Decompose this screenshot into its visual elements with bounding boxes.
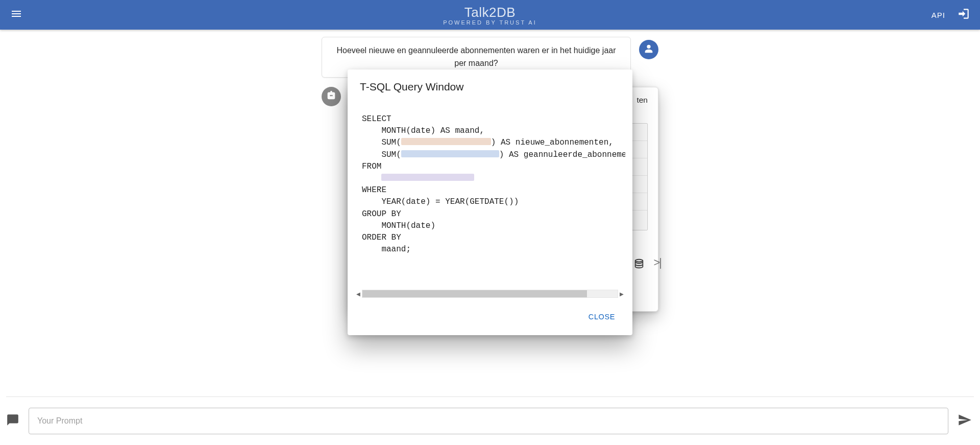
menu-button[interactable] — [6, 5, 27, 25]
logout-icon — [957, 7, 970, 22]
view-sql-button[interactable] — [633, 258, 648, 272]
chat-area: Hoeveel nieuwe en geannuleerde abonnemen… — [0, 30, 980, 396]
scrollbar-thumb[interactable] — [362, 290, 587, 297]
logout-button[interactable] — [953, 5, 974, 25]
close-button[interactable]: CLOSE — [583, 309, 620, 325]
scrollbar-track[interactable] — [362, 290, 618, 298]
pager-last[interactable]: >| — [653, 256, 661, 269]
scroll-left-arrow[interactable]: ◄ — [355, 290, 362, 298]
hamburger-icon — [10, 8, 22, 22]
scroll-right-arrow[interactable]: ► — [618, 290, 625, 298]
app-title: Talk2DB — [443, 5, 537, 20]
send-button[interactable] — [955, 412, 974, 430]
user-avatar — [639, 40, 658, 59]
modal-title: T-SQL Query Window — [348, 81, 632, 99]
divider — [6, 396, 974, 397]
prompt-bar — [6, 406, 974, 436]
app-bar: Talk2DB POWERED BY TRUST AI API — [0, 0, 980, 30]
sql-code: SELECT MONTH(date) AS maand, SUM() AS ni… — [355, 111, 625, 257]
prompt-input[interactable] — [29, 408, 948, 434]
database-icon — [633, 262, 645, 271]
redacted-expression — [401, 138, 491, 145]
chat-icon — [6, 413, 21, 429]
redacted-table-name — [381, 174, 474, 181]
app-subtitle: POWERED BY TRUST AI — [443, 19, 537, 26]
person-icon — [643, 43, 654, 56]
api-label[interactable]: API — [932, 11, 945, 19]
app-title-block: Talk2DB POWERED BY TRUST AI — [443, 5, 537, 26]
bot-avatar — [322, 87, 341, 106]
redacted-expression — [401, 150, 499, 157]
horizontal-scrollbar[interactable]: ◄ ► — [355, 289, 625, 298]
sql-code-area[interactable]: SELECT MONTH(date) AS maand, SUM() AS ni… — [355, 111, 625, 285]
sql-query-modal: T-SQL Query Window SELECT MONTH(date) AS… — [348, 69, 632, 335]
robot-icon — [326, 90, 337, 103]
send-icon — [958, 413, 972, 429]
